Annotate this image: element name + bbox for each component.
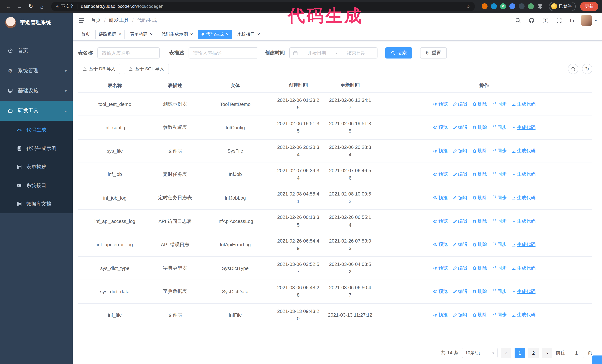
action-eye-link[interactable]: 预览 — [433, 218, 448, 224]
extension-icon[interactable] — [518, 3, 524, 9]
action-edit-link[interactable]: 编辑 — [452, 242, 467, 248]
floating-action-button[interactable] — [592, 355, 602, 364]
tab-系统接口[interactable]: 系统接口× — [234, 30, 263, 39]
breadcrumb-devtools[interactable]: 研发工具 — [109, 17, 129, 24]
action-edit-link[interactable]: 编辑 — [452, 218, 467, 224]
action-sync-link[interactable]: 同步 — [492, 195, 507, 201]
action-sync-link[interactable]: 同步 — [492, 171, 507, 177]
action-edit-link[interactable]: 编辑 — [452, 195, 467, 201]
action-eye-link[interactable]: 预览 — [433, 289, 448, 295]
address-bar[interactable]: ⚠ 不安全 dashboard.yudao.iocoder.cn/tool/co… — [51, 2, 475, 11]
action-eye-link[interactable]: 预览 — [433, 101, 448, 107]
chevron-down-icon[interactable]: ▾ — [595, 18, 597, 22]
reload-icon[interactable]: ↻ — [26, 1, 36, 11]
back-icon[interactable]: ← — [4, 1, 13, 11]
search-icon[interactable] — [514, 17, 522, 24]
sidebar-item-db-doc[interactable]: 数据库文档 — [0, 195, 73, 213]
sidebar-item-codegen[interactable]: </> 代码生成 — [0, 121, 73, 139]
action-download-link[interactable]: 生成代码 — [511, 218, 536, 224]
action-eye-link[interactable]: 预览 — [433, 148, 448, 154]
action-sync-link[interactable]: 同步 — [492, 242, 507, 248]
refresh-table-icon[interactable]: ↻ — [582, 64, 592, 74]
tab-表单构建[interactable]: 表单构建× — [127, 30, 156, 39]
action-eye-link[interactable]: 预览 — [433, 125, 448, 131]
github-icon[interactable] — [528, 17, 536, 24]
home-icon[interactable]: ⌂ — [37, 1, 47, 11]
page-2-button[interactable]: 2 — [528, 348, 539, 358]
font-size-icon[interactable]: TT — [569, 17, 575, 23]
action-edit-link[interactable]: 编辑 — [452, 171, 467, 177]
tab-首页[interactable]: 首页 — [78, 30, 93, 39]
page-size-select[interactable]: 10条/页 ▾ — [462, 348, 497, 358]
breadcrumb-home[interactable]: 首页 — [91, 17, 101, 24]
action-sync-link[interactable]: 同步 — [492, 101, 507, 107]
security-label[interactable]: 不安全 — [61, 3, 74, 9]
paused-profile-badge[interactable]: 已暂停 — [549, 2, 576, 11]
help-icon[interactable]: ? — [542, 17, 549, 24]
action-sync-link[interactable]: 同步 — [492, 218, 507, 224]
user-avatar[interactable] — [581, 15, 592, 26]
action-delete-link[interactable]: 删除 — [472, 148, 487, 154]
action-delete-link[interactable]: 删除 — [472, 125, 487, 131]
search-button[interactable]: 搜索 — [385, 47, 412, 59]
extension-icon[interactable] — [491, 3, 497, 9]
action-sync-link[interactable]: 同步 — [492, 125, 507, 131]
action-delete-link[interactable]: 删除 — [472, 195, 487, 201]
action-delete-link[interactable]: 删除 — [472, 312, 487, 318]
close-icon[interactable]: × — [257, 32, 260, 37]
extension-icon[interactable] — [537, 3, 543, 9]
action-edit-link[interactable]: 编辑 — [452, 148, 467, 154]
import-sql-button[interactable]: 基于 SQL 导入 — [124, 64, 169, 74]
extension-icon[interactable] — [481, 3, 487, 9]
update-button[interactable]: 更新 — [580, 2, 598, 11]
extension-icon[interactable] — [528, 3, 534, 9]
action-edit-link[interactable]: 编辑 — [452, 289, 467, 295]
action-edit-link[interactable]: 编辑 — [452, 125, 467, 131]
action-sync-link[interactable]: 同步 — [492, 312, 507, 318]
action-edit-link[interactable]: 编辑 — [452, 101, 467, 107]
page-1-button[interactable]: 1 — [515, 348, 525, 358]
action-download-link[interactable]: 生成代码 — [511, 171, 536, 177]
action-eye-link[interactable]: 预览 — [433, 171, 448, 177]
action-download-link[interactable]: 生成代码 — [511, 101, 536, 107]
fullscreen-icon[interactable] — [556, 17, 563, 24]
bookmark-star-icon[interactable]: ☆ — [466, 3, 470, 9]
action-edit-link[interactable]: 编辑 — [452, 312, 467, 318]
close-icon[interactable]: × — [226, 32, 229, 37]
tab-代码生成[interactable]: 代码生成× — [198, 30, 232, 39]
forward-icon[interactable]: → — [15, 1, 24, 11]
action-download-link[interactable]: 生成代码 — [511, 242, 536, 248]
tab-代码生成示例[interactable]: 代码生成示例× — [158, 30, 196, 39]
action-download-link[interactable]: 生成代码 — [511, 195, 536, 201]
prev-page-button[interactable]: ‹ — [501, 348, 511, 358]
sidebar-item-home[interactable]: 首页 — [0, 41, 73, 61]
extension-icon[interactable]: V — [500, 3, 506, 9]
close-icon[interactable]: × — [118, 32, 121, 37]
sidebar-toggle-icon[interactable] — [78, 17, 85, 24]
sidebar-item-codegen-example[interactable]: 代码生成示例 — [0, 139, 73, 158]
close-icon[interactable]: × — [190, 32, 193, 37]
action-edit-link[interactable]: 编辑 — [452, 265, 467, 271]
extension-icon[interactable] — [509, 3, 515, 9]
action-delete-link[interactable]: 删除 — [472, 265, 487, 271]
table-name-input[interactable] — [97, 47, 160, 59]
action-eye-link[interactable]: 预览 — [433, 312, 448, 318]
sidebar-item-devtools[interactable]: 研发工具 ▴ — [0, 101, 73, 121]
action-eye-link[interactable]: 预览 — [433, 195, 448, 201]
close-icon[interactable]: × — [150, 32, 153, 37]
goto-page-input[interactable] — [569, 348, 584, 358]
action-eye-link[interactable]: 预览 — [433, 265, 448, 271]
table-desc-input[interactable] — [189, 47, 258, 59]
action-delete-link[interactable]: 删除 — [472, 289, 487, 295]
action-download-link[interactable]: 生成代码 — [511, 265, 536, 271]
date-range-picker[interactable]: 开始日期 - 结束日期 — [289, 47, 377, 59]
sidebar-item-form-builder[interactable]: 表单构建 — [0, 158, 73, 176]
action-sync-link[interactable]: 同步 — [492, 148, 507, 154]
sidebar-item-api[interactable]: 系统接口 — [0, 176, 73, 195]
tab-链路追踪[interactable]: 链路追踪× — [95, 30, 125, 39]
app-logo-area[interactable]: 芋道管理系统 — [0, 13, 73, 32]
action-download-link[interactable]: 生成代码 — [511, 289, 536, 295]
action-download-link[interactable]: 生成代码 — [511, 148, 536, 154]
next-page-button[interactable]: › — [542, 348, 552, 358]
action-download-link[interactable]: 生成代码 — [511, 312, 536, 318]
